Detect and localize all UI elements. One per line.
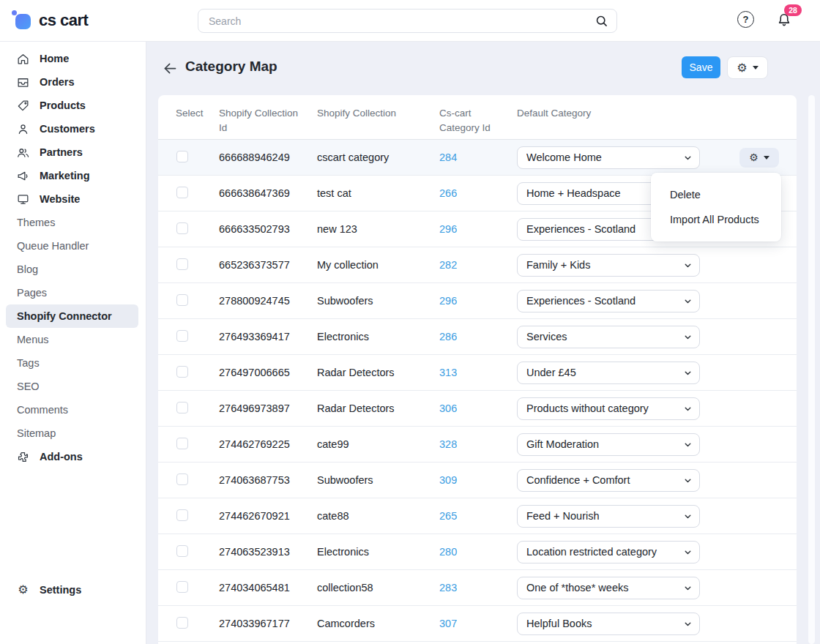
sidebar-item-products[interactable]: Products [0, 94, 146, 117]
megaphone-icon [16, 169, 30, 183]
sidebar-item-menus[interactable]: Menus [0, 328, 146, 351]
column-header-shopify-collection-id: Shopify Collection Id [219, 106, 317, 135]
row-select-checkbox[interactable] [176, 617, 188, 629]
default-category-select[interactable]: Gift Moderation [517, 433, 700, 456]
shopify-collection-cell: test cat [317, 187, 439, 199]
cscart-category-id-link[interactable]: 307 [439, 618, 457, 629]
search-icon[interactable] [594, 14, 608, 28]
row-select-checkbox[interactable] [176, 366, 188, 378]
sidebar-item-tags[interactable]: Tags [0, 351, 146, 375]
shopify-collection-id-cell: 274462769225 [219, 438, 317, 450]
search-input[interactable] [198, 9, 617, 33]
sidebar-item-orders[interactable]: Orders [0, 70, 146, 94]
main-content: Category Map Save ⚙ Select Shopify Colle… [146, 42, 820, 644]
table-row: 274063687753 Subwoofers 309 Confidence +… [158, 463, 797, 498]
gear-icon: ⚙ [16, 584, 30, 596]
page-gear-dropdown-button[interactable]: ⚙ [727, 56, 768, 79]
shopify-collection-id-cell: 274063687753 [219, 474, 317, 486]
sidebar-item-pages[interactable]: Pages [0, 281, 146, 304]
logo-text: cs cart [39, 11, 88, 30]
shopify-collection-cell: My collection [317, 259, 439, 271]
row-select-checkbox[interactable] [176, 581, 188, 593]
row-select-checkbox[interactable] [176, 294, 188, 306]
cscart-category-id-link[interactable]: 309 [439, 474, 457, 486]
row-select-checkbox[interactable] [176, 473, 188, 485]
sidebar-item-home[interactable]: Home [0, 47, 146, 70]
shopify-collection-id-cell: 274462670921 [219, 510, 317, 522]
shopify-collection-cell: new 123 [317, 223, 439, 235]
row-select-checkbox[interactable] [176, 222, 188, 234]
cscart-category-id-link[interactable]: 286 [439, 331, 457, 342]
shopify-collection-cell: cscart category [317, 151, 439, 163]
cscart-category-id-link[interactable]: 283 [439, 582, 457, 594]
help-icon[interactable]: ? [737, 11, 754, 28]
row-select-checkbox[interactable] [176, 330, 188, 342]
default-category-select[interactable]: Experiences - Scotland [517, 290, 700, 312]
cscart-logo[interactable]: cs cart [12, 10, 88, 31]
shopify-collection-cell: Camcorders [317, 618, 439, 629]
sidebar-item-website[interactable]: Website [0, 187, 146, 211]
cscart-category-id-link[interactable]: 284 [439, 151, 457, 163]
default-category-select[interactable]: One of *those* weeks [517, 577, 700, 599]
cscart-category-id-link[interactable]: 296 [439, 295, 457, 307]
cscart-logo-icon [12, 10, 32, 31]
cscart-category-id-link[interactable]: 265 [439, 510, 457, 522]
sidebar-item-seo[interactable]: SEO [0, 375, 146, 398]
row-select-checkbox[interactable] [176, 545, 188, 557]
page-title: Category Map [185, 59, 277, 75]
notification-count-badge: 28 [784, 4, 802, 16]
default-category-select[interactable]: Services [517, 326, 700, 348]
cscart-category-id-link[interactable]: 296 [439, 223, 457, 235]
table-row: 274063523913 Electronics 280 Location re… [158, 534, 797, 570]
row-actions: ⚙ [739, 148, 779, 168]
sidebar-item-customers[interactable]: Customers [0, 117, 146, 141]
default-category-select[interactable]: Helpful Books [517, 613, 700, 635]
row-select-checkbox[interactable] [176, 438, 188, 449]
row-actions-menu: Delete Import All Products [651, 173, 781, 242]
caret-down-icon [764, 156, 769, 160]
default-category-select[interactable]: Welcome Home [517, 146, 700, 169]
cscart-category-id-link[interactable]: 306 [439, 402, 457, 414]
row-select-checkbox[interactable] [176, 151, 188, 162]
sidebar-item-addons[interactable]: Add-ons [0, 445, 146, 468]
default-category-select[interactable]: Confidence + Comfort [517, 469, 700, 492]
save-button[interactable]: Save [682, 56, 720, 78]
puzzle-icon [16, 450, 30, 464]
sidebar-item-queue-handler[interactable]: Queue Handler [0, 234, 146, 258]
menu-item-delete[interactable]: Delete [651, 182, 781, 207]
column-header-select: Select [176, 106, 219, 121]
vertical-scrollbar[interactable] [808, 95, 815, 644]
sidebar-item-settings[interactable]: ⚙ Settings [0, 578, 146, 602]
default-category-select[interactable]: Feed + Nourish [517, 505, 700, 528]
row-select-checkbox[interactable] [176, 402, 188, 413]
sidebar-item-comments[interactable]: Comments [0, 398, 146, 422]
sidebar-item-sitemap[interactable]: Sitemap [0, 422, 146, 445]
cscart-category-id-link[interactable]: 280 [439, 546, 457, 558]
row-gear-dropdown-button[interactable]: ⚙ [739, 148, 779, 168]
column-header-cscart-category-id: Cs-cart Category Id [439, 106, 517, 135]
shopify-collection-cell: Subwoofers [317, 295, 439, 307]
cscart-category-id-link[interactable]: 313 [439, 367, 457, 378]
notifications-bell-icon[interactable]: 28 [776, 12, 792, 28]
menu-item-import-all-products[interactable]: Import All Products [651, 207, 781, 232]
default-category-select[interactable]: Location restricted category [517, 541, 700, 564]
default-category-select[interactable]: Under £45 [517, 362, 700, 384]
sidebar-item-label: Partners [40, 146, 83, 158]
shopify-collection-id-cell: 276497006665 [219, 367, 317, 378]
sidebar-item-partners[interactable]: Partners [0, 141, 146, 164]
default-category-select[interactable]: Products without category [517, 397, 700, 420]
default-category-select[interactable]: Family + Kids [517, 254, 700, 277]
row-select-checkbox[interactable] [176, 258, 188, 270]
sidebar-item-label: Marketing [40, 170, 90, 181]
sidebar-item-themes[interactable]: Themes [0, 211, 146, 234]
sidebar-item-blog[interactable]: Blog [0, 258, 146, 281]
back-arrow-icon[interactable] [163, 61, 178, 76]
row-select-checkbox[interactable] [176, 187, 188, 198]
cscart-category-id-link[interactable]: 282 [439, 259, 457, 271]
sidebar-item-shopify-connector[interactable]: Shopify Connector [6, 304, 138, 328]
cscart-category-id-link[interactable]: 266 [439, 187, 457, 199]
cscart-category-id-link[interactable]: 328 [439, 438, 457, 450]
row-select-checkbox[interactable] [176, 509, 188, 521]
sidebar-item-marketing[interactable]: Marketing [0, 164, 146, 187]
category-map-table: Select Shopify Collection Id Shopify Col… [158, 95, 797, 644]
